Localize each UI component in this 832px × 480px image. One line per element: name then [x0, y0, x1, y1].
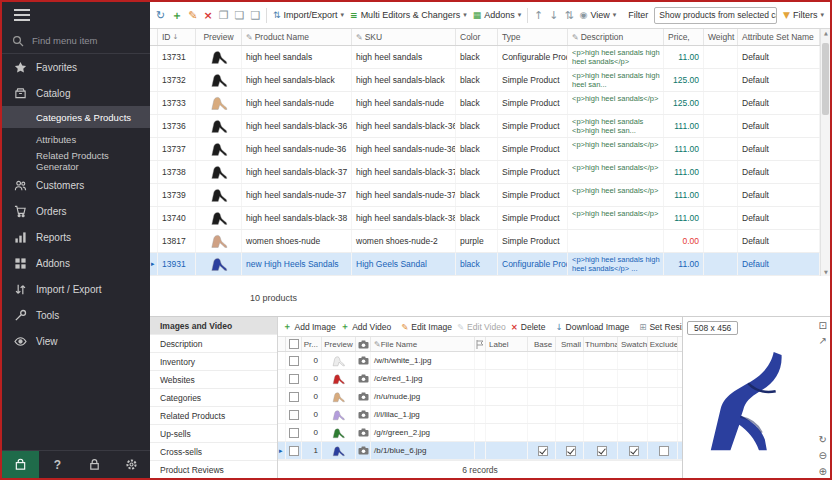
- hamburger-menu-icon[interactable]: [2, 2, 150, 28]
- image-row[interactable]: 0 /l/i/lilac_1.jpg: [278, 406, 682, 424]
- delete-product-icon[interactable]: ×: [203, 10, 212, 21]
- sidebar-item-customers[interactable]: Customers: [2, 172, 150, 198]
- column-header-price[interactable]: Price,: [664, 29, 704, 45]
- column-header-position[interactable]: Pr...: [302, 337, 322, 351]
- column-header-color[interactable]: Color: [456, 29, 498, 45]
- column-header-attribute-set[interactable]: Attribute Set Name: [738, 29, 820, 45]
- open-external-icon[interactable]: ↗: [819, 336, 827, 346]
- help-button[interactable]: ?: [39, 451, 76, 479]
- fullscreen-icon[interactable]: ⊡: [819, 321, 827, 331]
- column-header-file-name[interactable]: ✎File Name: [371, 337, 475, 351]
- column-header-weight[interactable]: Weight: [704, 29, 738, 45]
- paste-icon[interactable]: ❏: [235, 10, 245, 21]
- zoom-in-icon[interactable]: ⊕: [819, 467, 827, 477]
- sidebar-item-import-export[interactable]: Import / Export: [2, 276, 150, 302]
- scroll-down-icon[interactable]: ▼: [821, 269, 831, 275]
- table-row[interactable]: 13736 high heel sandals-black-36high hee…: [150, 115, 820, 138]
- column-header-small[interactable]: Small: [556, 337, 584, 351]
- edit-image-button[interactable]: ✎Edit Image: [401, 322, 452, 332]
- row-checkbox[interactable]: [286, 424, 302, 441]
- addons-dropdown[interactable]: ▦Addons▾: [473, 10, 522, 20]
- row-checkbox[interactable]: [286, 370, 302, 387]
- tab-description[interactable]: Description: [150, 335, 277, 353]
- column-header-thumbnail[interactable]: Thumbna: [584, 337, 618, 351]
- filters-dropdown[interactable]: ▼Filters▾: [783, 10, 824, 20]
- lock-button[interactable]: [76, 451, 113, 479]
- tab-related-products[interactable]: Related Products: [150, 407, 277, 425]
- tab-up-sells[interactable]: Up-sells: [150, 425, 277, 443]
- tab-product-reviews[interactable]: Product Reviews: [150, 461, 277, 479]
- tab-inventory[interactable]: Inventory: [150, 353, 277, 371]
- sidebar-search[interactable]: [2, 28, 150, 54]
- sidebar-item-reports[interactable]: Reports: [2, 224, 150, 250]
- row-checkbox[interactable]: [286, 352, 302, 369]
- column-header-exclude[interactable]: Exclude: [648, 337, 678, 351]
- product-photo[interactable]: [697, 343, 815, 471]
- category-filter-select[interactable]: Show products from selected categories▾: [654, 7, 777, 24]
- column-header-id[interactable]: ID↓: [158, 29, 196, 45]
- sort-up-icon[interactable]: ↑: [534, 10, 543, 21]
- copy-icon[interactable]: ❐: [219, 10, 229, 21]
- sidebar-item-view[interactable]: View: [2, 328, 150, 354]
- sidebar-item-favorites[interactable]: Favorites: [2, 54, 150, 80]
- zoom-out-icon[interactable]: ⊖: [819, 451, 827, 461]
- sidebar-item-orders[interactable]: Orders: [2, 198, 150, 224]
- small-checkbox[interactable]: [556, 442, 584, 459]
- column-header-type[interactable]: Type: [498, 29, 568, 45]
- download-image-button[interactable]: ↓Download Image: [555, 322, 629, 332]
- reorder-icon[interactable]: ⇅: [564, 10, 573, 21]
- row-checkbox[interactable]: [286, 442, 302, 459]
- sidebar-item-catalog[interactable]: Catalog: [2, 80, 150, 106]
- table-row[interactable]: 13738 high heel sandals-black-37high hee…: [150, 161, 820, 184]
- sidebar-item-related-products-generator[interactable]: Related Products Generator: [2, 150, 150, 172]
- image-row[interactable]: 0 /g/r/green_2.jpg: [278, 424, 682, 442]
- table-row[interactable]: 13731 high heel sandalshigh heel sandals…: [150, 46, 820, 69]
- rotate-icon[interactable]: ↻: [819, 435, 827, 445]
- edit-product-icon[interactable]: ✎: [188, 10, 197, 21]
- table-row-selected[interactable]: ▸13931 new High Heels SandalsHigh Geels …: [150, 253, 820, 276]
- delete-image-button[interactable]: ×Delete: [511, 322, 546, 332]
- select-all-checkbox[interactable]: [286, 337, 302, 351]
- row-expander-icon[interactable]: ▸: [278, 442, 286, 459]
- table-row[interactable]: 13732 high heel sandals-blackhigh heel s…: [150, 69, 820, 92]
- sidebar-item-tools[interactable]: Tools: [2, 302, 150, 328]
- tab-images-and-video[interactable]: Images and Video: [150, 317, 277, 335]
- table-row[interactable]: 13739 high heel sandals-nude-37high heel…: [150, 184, 820, 207]
- add-image-button[interactable]: ＋Add Image: [283, 321, 336, 333]
- column-header-label[interactable]: Label: [486, 337, 528, 351]
- tab-cross-sells[interactable]: Cross-sells: [150, 443, 277, 461]
- thumbnail-checkbox[interactable]: [584, 442, 618, 459]
- sidebar-item-categories-products[interactable]: Categories & Products: [2, 106, 150, 128]
- sidebar-item-addons[interactable]: Addons: [2, 250, 150, 276]
- base-checkbox[interactable]: [528, 442, 556, 459]
- scroll-up-icon[interactable]: ▲: [821, 30, 831, 36]
- row-checkbox[interactable]: [286, 388, 302, 405]
- edit-video-button[interactable]: ✎Edit Video: [457, 322, 506, 332]
- table-row[interactable]: 13737 high heel sandals-nude-36high heel…: [150, 138, 820, 161]
- sort-down-icon[interactable]: ↓: [549, 10, 558, 21]
- swatch-checkbox[interactable]: [618, 442, 648, 459]
- multi-editors-dropdown[interactable]: ≡Multi Editors & Changers▾: [350, 10, 467, 20]
- table-row[interactable]: 13817 women shoes-nudewomen shoes-nude-2…: [150, 230, 820, 253]
- column-header-sku[interactable]: ✎SKU: [352, 29, 456, 45]
- image-row-selected[interactable]: ▸ 1 /b/1/blue_6.jpg: [278, 442, 682, 460]
- row-expander-icon[interactable]: ▸: [150, 253, 158, 275]
- scrollbar-thumb[interactable]: [822, 43, 829, 115]
- refresh-icon[interactable]: ↻: [156, 10, 165, 21]
- column-header-preview[interactable]: Preview: [196, 29, 242, 45]
- menu-search-input[interactable]: [30, 34, 130, 47]
- settings-button[interactable]: [113, 451, 150, 479]
- add-video-button[interactable]: ＋Add Video: [341, 321, 392, 333]
- view-dropdown[interactable]: ◉View▾: [580, 10, 617, 20]
- table-row[interactable]: 13733 high heel sandals-nudehigh heel sa…: [150, 92, 820, 115]
- import-export-dropdown[interactable]: ⇅Import/Export▾: [273, 10, 344, 20]
- grid-scrollbar[interactable]: ▲ ▼: [820, 29, 830, 276]
- column-header-swatch[interactable]: Swatch: [618, 337, 648, 351]
- image-row[interactable]: 0 /c/e/red_1.jpg: [278, 370, 682, 388]
- image-row[interactable]: 0 /w/h/white_1.jpg: [278, 352, 682, 370]
- row-checkbox[interactable]: [286, 406, 302, 423]
- column-header-description[interactable]: ✎Description: [568, 29, 664, 45]
- column-header-preview[interactable]: Preview: [322, 337, 356, 351]
- tab-categories[interactable]: Categories: [150, 389, 277, 407]
- image-row[interactable]: 0 /n/u/nude.jpg: [278, 388, 682, 406]
